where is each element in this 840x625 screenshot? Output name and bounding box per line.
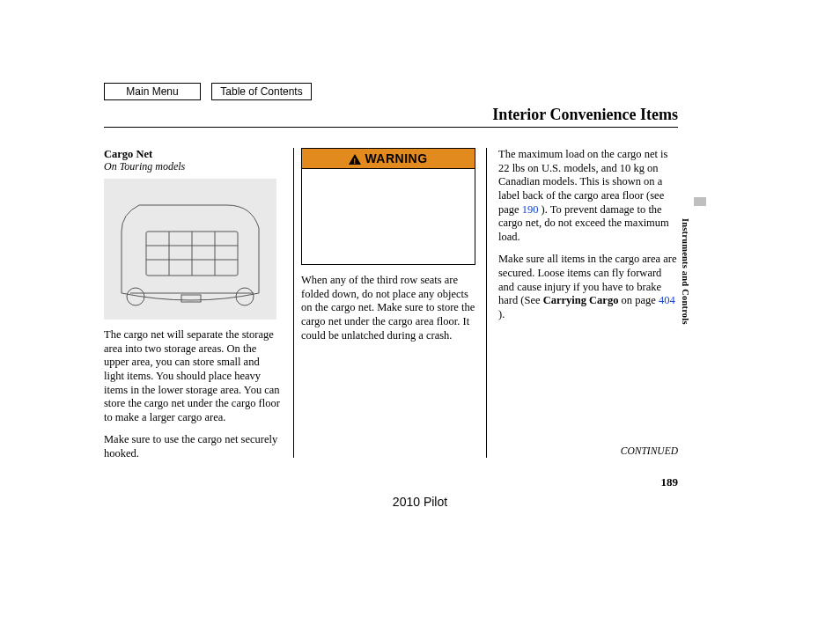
page-number: 189 <box>661 475 679 489</box>
column-1: Cargo Net On Touring models <box>104 148 280 461</box>
content-columns: Cargo Net On Touring models <box>104 148 678 461</box>
warning-paragraph: When any of the third row seats are fold… <box>301 274 477 342</box>
secure-items-paragraph: Make sure all items in the cargo area ar… <box>498 253 678 321</box>
footer-model: 2010 Pilot <box>0 495 840 509</box>
cargo-net-paragraph-1: The cargo net will separate the storage … <box>104 328 280 424</box>
column-2: ! WARNING When any of the third row seat… <box>301 148 477 461</box>
svg-text:!: ! <box>354 157 357 165</box>
side-tab <box>694 197 706 206</box>
warning-header: ! WARNING <box>302 149 475 169</box>
section-title: Interior Convenience Items <box>492 106 678 124</box>
warning-label: WARNING <box>365 151 427 165</box>
continued-label: CONTINUED <box>621 445 678 456</box>
side-section-label: Instruments and Controls <box>681 218 690 325</box>
secure-text-c: ). <box>498 308 505 320</box>
warning-triangle-icon: ! <box>349 153 361 164</box>
title-rule <box>104 127 678 128</box>
cargo-net-subheading: On Touring models <box>104 160 280 173</box>
column-3: The maximum load on the cargo net is 22 … <box>498 148 678 461</box>
cargo-net-heading: Cargo Net <box>104 148 280 161</box>
page-ref-404[interactable]: 404 <box>659 294 675 306</box>
carrying-cargo-ref: Carrying Cargo <box>543 294 619 306</box>
cargo-net-illustration <box>104 179 276 320</box>
toc-button[interactable]: Table of Contents <box>211 83 312 100</box>
warning-body <box>302 169 475 264</box>
page-ref-190[interactable]: 190 <box>522 203 539 216</box>
cargo-net-paragraph-2: Make sure to use the cargo net securely … <box>104 433 280 460</box>
main-menu-button[interactable]: Main Menu <box>104 83 201 100</box>
svg-rect-0 <box>104 179 276 320</box>
max-load-paragraph: The maximum load on the cargo net is 22 … <box>498 148 678 244</box>
secure-text-b: on page <box>618 294 658 306</box>
warning-box: ! WARNING <box>301 148 475 265</box>
